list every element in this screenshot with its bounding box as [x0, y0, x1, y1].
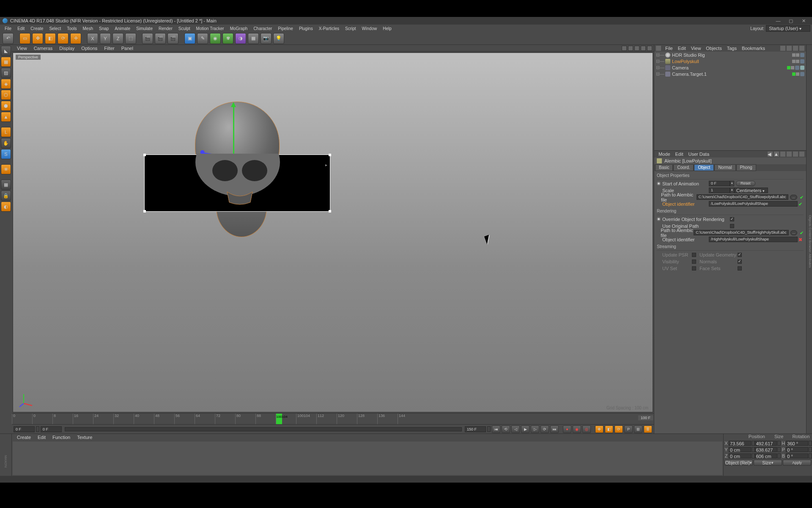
menu-item[interactable]: Edit	[14, 26, 27, 31]
nav-home-icon[interactable]	[787, 152, 792, 157]
object-id-field[interactable]: /LowPolyskull/LowPolyskullShape	[709, 201, 798, 207]
normals-checkbox[interactable]	[738, 260, 742, 264]
vp-nav-icon[interactable]	[641, 46, 646, 51]
move-tool[interactable]: ✥	[32, 33, 43, 44]
object-tree[interactable]: ⊟—HDR Studio Rig⊟—LowPolyskull⊟—Camera⊟—…	[654, 52, 806, 150]
goto-end-button[interactable]: ⏭	[550, 425, 559, 433]
size-field[interactable]: 492.617 cm	[755, 441, 777, 446]
attr-tab[interactable]: Object	[694, 164, 714, 171]
snap-button[interactable]: S	[1, 149, 11, 159]
render-view-button[interactable]: 🎬	[142, 33, 153, 44]
undo-button[interactable]: ↶	[3, 33, 14, 44]
texture-mode-button[interactable]: ▨	[1, 68, 11, 78]
attr-tab[interactable]: Basic	[655, 164, 673, 171]
record-button[interactable]: ●	[563, 425, 571, 433]
close-button[interactable]: ✕	[798, 17, 809, 24]
object-mode-button[interactable]: ▦	[1, 57, 11, 67]
gizmo-y-axis[interactable]	[233, 104, 234, 159]
axis-x-toggle[interactable]: X	[87, 33, 98, 44]
key-rot-button[interactable]: ⟳	[614, 425, 623, 433]
lock-button[interactable]: ▦	[1, 179, 11, 190]
rotate-tool[interactable]: ⟳	[58, 33, 69, 44]
alembic-path-field[interactable]: C:\Users\Chad\Dropbox\C4D_Stuff\lowpolys…	[697, 194, 788, 200]
object-row[interactable]: ⊟—Camera	[654, 64, 806, 71]
mat-menu-item[interactable]: Create	[14, 435, 34, 440]
object-row[interactable]: ⊟—HDR Studio Rig	[654, 52, 806, 58]
nav-up-icon[interactable]: ▲	[774, 152, 779, 157]
range-slider[interactable]	[65, 427, 462, 431]
vp-menu-item[interactable]: Filter	[101, 46, 118, 51]
pos-field[interactable]: 73.566 cm	[729, 441, 751, 446]
menu-item[interactable]: MoGraph	[227, 26, 251, 31]
spinner-icon[interactable]	[36, 426, 39, 432]
search-icon[interactable]	[780, 46, 785, 51]
radio-icon[interactable]	[657, 217, 661, 221]
maximize-button[interactable]: ▢	[785, 17, 797, 24]
upd-geo-checkbox[interactable]	[738, 253, 742, 257]
rot-field[interactable]: 0 °	[786, 447, 808, 452]
browse-button[interactable]: ...	[790, 230, 797, 235]
generator-button[interactable]: ◉	[210, 33, 221, 44]
menu-item[interactable]: Pipeline	[275, 26, 296, 31]
menu-item[interactable]: X-Particles	[316, 26, 342, 31]
vp-menu-item[interactable]: Panel	[118, 46, 137, 51]
menu-item[interactable]: Mesh	[80, 26, 96, 31]
nav-back-icon[interactable]: ◀	[768, 152, 773, 157]
upd-psr-checkbox[interactable]	[692, 253, 696, 257]
vp-menu-item[interactable]: View	[14, 46, 30, 51]
menu-item[interactable]: Animate	[112, 26, 133, 31]
range-start-field[interactable]: 0 F	[41, 426, 62, 432]
om-menu-item[interactable]: Bookmarks	[739, 46, 768, 51]
om-menu-item[interactable]: Tags	[724, 46, 739, 51]
scale-tool[interactable]: ◧	[45, 33, 56, 44]
tweak-button[interactable]: ✋	[1, 138, 11, 148]
vp-nav-icon[interactable]	[647, 46, 652, 51]
size-field[interactable]: 638.627 cm	[755, 447, 777, 452]
minimize-button[interactable]: —	[772, 17, 784, 24]
workplane-button[interactable]: ◈	[1, 79, 11, 89]
reset-button[interactable]: Reset	[736, 181, 755, 186]
axis-z-toggle[interactable]: Z	[112, 33, 123, 44]
menu-icon[interactable]	[799, 46, 804, 51]
last-tool[interactable]: ✛	[70, 33, 81, 44]
attr-menu-item[interactable]: Mode	[656, 152, 673, 157]
misc-mode-button[interactable]: ◐	[1, 202, 11, 212]
timeline-ruler[interactable]: 0081624324048566472808896100104112120128…	[12, 413, 654, 424]
spinner-icon[interactable]: ▴	[730, 188, 734, 193]
fcurve-button[interactable]: ≣	[644, 425, 652, 433]
pen-tool-button[interactable]: ✎	[197, 33, 208, 44]
deformer-button[interactable]: ✾	[222, 33, 233, 44]
menu-item[interactable]: Select	[46, 26, 64, 31]
key-pla-button[interactable]: ⊞	[634, 425, 642, 433]
vp-nav-icon[interactable]	[622, 46, 627, 51]
prev-frame-button[interactable]: ◁	[511, 425, 520, 433]
camera-button[interactable]: ▦	[248, 33, 259, 44]
uvset-checkbox[interactable]	[692, 266, 696, 271]
om-menu-item[interactable]: Objects	[703, 46, 724, 51]
environment-button[interactable]: ◑	[235, 33, 246, 44]
play-button[interactable]: ▶	[521, 425, 529, 433]
vp-menu-item[interactable]: Options	[78, 46, 101, 51]
radio-icon[interactable]	[657, 182, 661, 185]
object-row[interactable]: ⊟—Camera.Target.1	[654, 71, 806, 77]
render-region-rect[interactable]: ▸	[144, 155, 330, 212]
primitive-cube-button[interactable]: ▣	[184, 33, 195, 44]
coord-system-button[interactable]: ⬚	[125, 33, 136, 44]
mat-menu-item[interactable]: Texture	[74, 435, 96, 440]
layout-dropdown[interactable]: Startup (User) ▾	[766, 25, 810, 32]
attr-tab[interactable]: Normal	[714, 164, 735, 171]
vp-nav-icon[interactable]	[628, 46, 633, 51]
render-settings-button[interactable]: 🎬	[167, 33, 178, 44]
override-checkbox[interactable]	[730, 217, 734, 221]
vp-nav-icon[interactable]	[634, 46, 639, 51]
visibility-checkbox[interactable]	[692, 260, 696, 264]
menu-item[interactable]: Tools	[64, 26, 80, 31]
next-frame-button[interactable]: ▷	[531, 425, 539, 433]
nav-search-icon[interactable]	[780, 152, 785, 157]
perspective-viewport[interactable]: Perspective	[13, 52, 653, 412]
polygon-mode-button[interactable]: ▲	[1, 112, 11, 122]
mat-menu-item[interactable]: Function	[49, 435, 74, 440]
menu-item[interactable]: Sculpt	[176, 26, 193, 31]
menu-item[interactable]: Plugins	[296, 26, 316, 31]
autokey-button[interactable]: ◉	[573, 425, 581, 433]
